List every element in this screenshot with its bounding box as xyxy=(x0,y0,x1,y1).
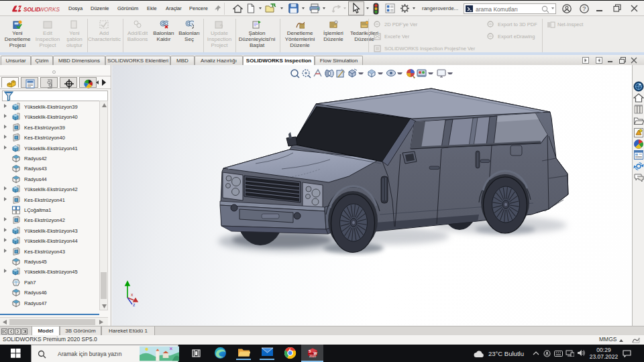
svg-text:2020: 2020 xyxy=(309,355,317,358)
svg-text:SOLID: SOLID xyxy=(23,7,40,13)
svg-text:S: S xyxy=(309,349,311,353)
svg-text:WORKS: WORKS xyxy=(39,7,60,13)
svg-text:x: x xyxy=(131,292,133,297)
svg-text:?: ? xyxy=(582,5,586,12)
svg-text:z: z xyxy=(133,302,136,306)
